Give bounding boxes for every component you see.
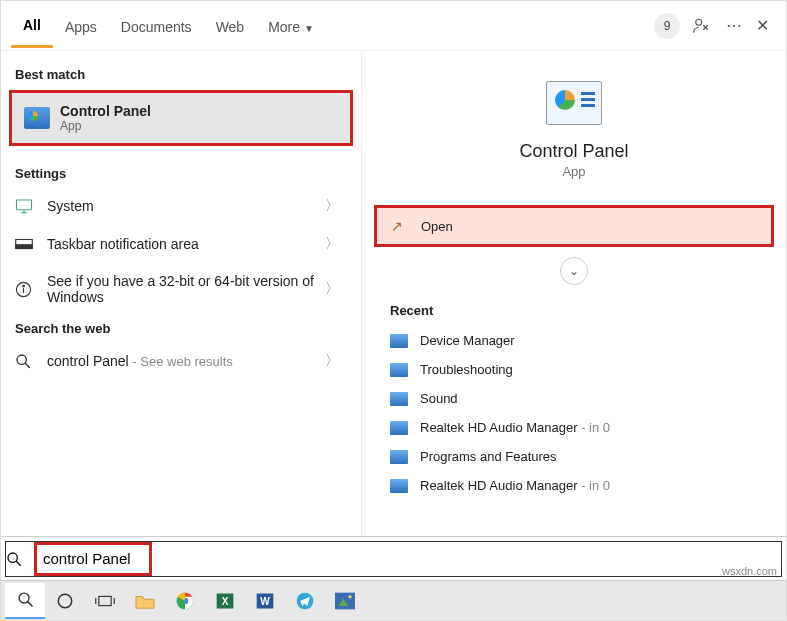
taskbar-icon xyxy=(15,238,37,250)
tab-documents[interactable]: Documents xyxy=(109,5,204,47)
cpl-item-icon xyxy=(390,363,408,377)
preview-pane: Control Panel App ↗ Open ⌄ Recent Device… xyxy=(361,51,786,536)
chevron-right-icon: 〉 xyxy=(317,235,347,253)
recent-item[interactable]: Troubleshooting xyxy=(362,355,786,384)
more-options-icon[interactable]: ⋯ xyxy=(720,16,748,35)
chevron-right-icon: 〉 xyxy=(317,197,347,215)
taskbar-telegram-button[interactable] xyxy=(285,583,325,619)
taskbar-cortana-button[interactable] xyxy=(45,583,85,619)
svg-text:X: X xyxy=(222,596,229,607)
monitor-icon xyxy=(15,198,37,214)
recent-label: Recent xyxy=(362,299,786,326)
control-panel-icon-large xyxy=(546,81,602,125)
search-input[interactable] xyxy=(43,550,143,567)
taskbar-excel-button[interactable]: X xyxy=(205,583,245,619)
settings-item-bitness[interactable]: See if you have a 32-bit or 64-bit versi… xyxy=(1,263,361,315)
open-label: Open xyxy=(421,219,453,234)
search-icon xyxy=(15,353,37,369)
search-box[interactable] xyxy=(5,541,782,577)
taskbar-search-button[interactable] xyxy=(5,583,45,619)
info-icon xyxy=(15,281,37,298)
rewards-badge[interactable]: 9 xyxy=(654,13,680,39)
recent-item[interactable]: Device Manager xyxy=(362,326,786,355)
cpl-item-icon xyxy=(390,479,408,493)
taskbar-word-button[interactable]: W xyxy=(245,583,285,619)
results-left-pane: Best match Control Panel App Settings Sy… xyxy=(1,51,361,536)
settings-item-taskbar[interactable]: Taskbar notification area 〉 xyxy=(1,225,361,263)
control-panel-icon xyxy=(24,107,50,129)
tab-all[interactable]: All xyxy=(11,3,53,48)
svg-line-8 xyxy=(25,363,30,368)
search-tabs: All Apps Documents Web More▼ 9 ⋯ ✕ xyxy=(1,1,786,51)
svg-line-10 xyxy=(16,561,21,566)
expand-actions-button[interactable]: ⌄ xyxy=(560,257,588,285)
best-match-title: Control Panel xyxy=(60,103,151,119)
cpl-item-icon xyxy=(390,392,408,406)
svg-point-6 xyxy=(23,285,24,286)
recent-item[interactable]: Realtek HD Audio Manager - in 0 xyxy=(362,471,786,500)
recent-item[interactable]: Programs and Features xyxy=(362,442,786,471)
open-icon: ↗ xyxy=(391,218,411,234)
feedback-icon[interactable] xyxy=(692,17,720,35)
chevron-right-icon: 〉 xyxy=(317,352,347,370)
svg-rect-1 xyxy=(17,200,32,210)
svg-rect-14 xyxy=(99,596,111,605)
best-match-result[interactable]: Control Panel App xyxy=(9,90,353,146)
svg-point-0 xyxy=(696,19,702,25)
best-match-label: Best match xyxy=(1,61,361,88)
preview-subtitle: App xyxy=(562,164,585,179)
search-bar-row xyxy=(1,536,786,580)
preview-title: Control Panel xyxy=(519,141,628,162)
tab-apps[interactable]: Apps xyxy=(53,5,109,47)
chevron-right-icon: 〉 xyxy=(317,280,347,298)
svg-point-26 xyxy=(348,595,351,598)
recent-item[interactable]: Sound xyxy=(362,384,786,413)
taskbar-taskview-button[interactable] xyxy=(85,583,125,619)
tab-web[interactable]: Web xyxy=(204,5,257,47)
taskbar-photos-button[interactable] xyxy=(325,583,365,619)
svg-point-7 xyxy=(17,355,26,364)
cpl-item-icon xyxy=(390,334,408,348)
taskbar-explorer-button[interactable] xyxy=(125,583,165,619)
svg-point-13 xyxy=(58,594,72,608)
svg-rect-3 xyxy=(16,245,33,249)
search-icon xyxy=(6,551,34,567)
best-match-subtitle: App xyxy=(60,119,151,133)
svg-line-12 xyxy=(27,602,32,607)
web-result-item[interactable]: control Panel - See web results 〉 xyxy=(1,342,361,380)
svg-text:W: W xyxy=(260,596,270,607)
settings-item-system[interactable]: System 〉 xyxy=(1,187,361,225)
cpl-item-icon xyxy=(390,450,408,464)
watermark: wsxdn.com xyxy=(722,565,777,577)
recent-item[interactable]: Realtek HD Audio Manager - in 0 xyxy=(362,413,786,442)
taskbar-chrome-button[interactable] xyxy=(165,583,205,619)
tab-more[interactable]: More▼ xyxy=(256,5,326,47)
taskbar: X W xyxy=(1,580,786,620)
cpl-item-icon xyxy=(390,421,408,435)
chevron-down-icon: ▼ xyxy=(304,23,314,34)
close-icon[interactable]: ✕ xyxy=(748,16,776,35)
search-web-label: Search the web xyxy=(1,315,361,342)
action-open[interactable]: ↗ Open xyxy=(374,205,774,247)
svg-point-9 xyxy=(8,553,17,562)
svg-point-11 xyxy=(19,593,29,603)
settings-label: Settings xyxy=(1,160,361,187)
